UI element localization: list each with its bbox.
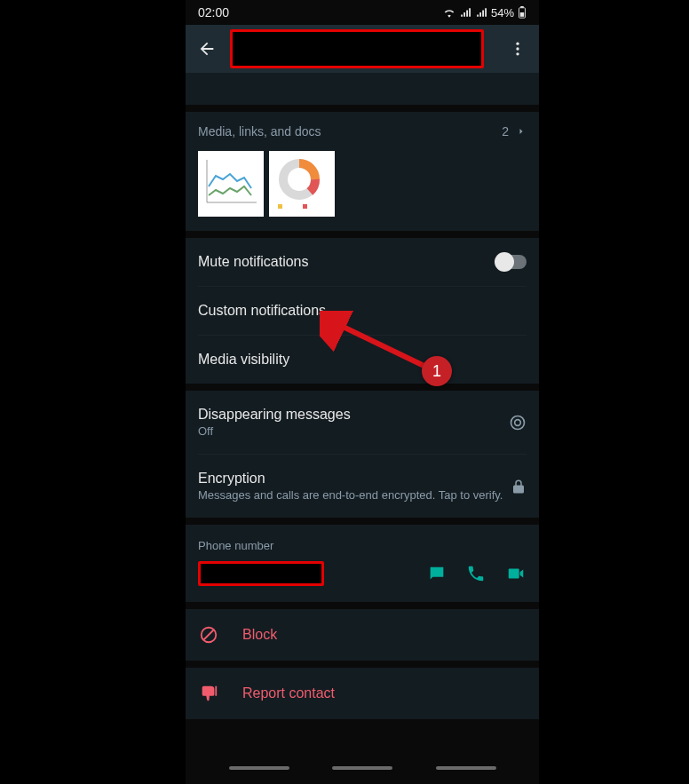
block-panel: Block bbox=[186, 609, 539, 661]
media-thumb-2[interactable] bbox=[269, 151, 335, 217]
contact-title-redacted bbox=[230, 29, 484, 68]
battery-icon bbox=[518, 6, 527, 19]
block-row[interactable]: Block bbox=[198, 609, 527, 661]
nav-home[interactable] bbox=[332, 766, 392, 770]
svg-point-13 bbox=[511, 416, 525, 429]
svg-rect-12 bbox=[303, 204, 307, 209]
phone-panel: Phone number bbox=[186, 525, 539, 602]
battery-text: 54% bbox=[491, 6, 514, 20]
notifications-panel: Mute notifications Custom notifications … bbox=[186, 238, 539, 384]
app-header bbox=[186, 25, 539, 73]
chevron-right-icon bbox=[516, 124, 527, 139]
report-row[interactable]: Report contact bbox=[198, 668, 527, 719]
report-label: Report contact bbox=[242, 685, 335, 701]
security-panel: Disappearing messages Off Encryption Mes… bbox=[186, 391, 539, 518]
status-bar: 02:00 54% bbox=[186, 0, 539, 25]
mute-notifications-row[interactable]: Mute notifications bbox=[198, 238, 527, 286]
lock-icon bbox=[511, 479, 527, 495]
svg-point-5 bbox=[516, 52, 519, 55]
svg-point-4 bbox=[516, 47, 519, 50]
custom-notifications-label: Custom notifications bbox=[198, 303, 527, 319]
more-vertical-icon bbox=[509, 40, 527, 58]
thumbs-down-icon bbox=[199, 684, 218, 703]
call-icon[interactable] bbox=[466, 564, 486, 583]
signal-icon bbox=[459, 7, 471, 18]
wifi-icon bbox=[443, 7, 455, 18]
phone-frame: 02:00 54% Media, links, and docs bbox=[186, 0, 539, 784]
disappearing-sub: Off bbox=[198, 424, 509, 438]
report-panel: Report contact bbox=[186, 668, 539, 719]
phone-number-redacted bbox=[198, 561, 324, 586]
media-visibility-label: Media visibility bbox=[198, 352, 527, 368]
disappearing-messages-row[interactable]: Disappearing messages Off bbox=[198, 391, 527, 454]
encryption-row[interactable]: Encryption Messages and calls are end-to… bbox=[198, 454, 527, 518]
phone-section-label: Phone number bbox=[198, 525, 527, 561]
nav-back[interactable] bbox=[436, 766, 496, 770]
media-count: 2 bbox=[502, 124, 509, 139]
back-button[interactable] bbox=[194, 36, 219, 61]
status-indicators: 54% bbox=[443, 6, 527, 20]
svg-line-16 bbox=[204, 630, 214, 640]
status-time: 02:00 bbox=[198, 5, 229, 20]
more-menu-button[interactable] bbox=[505, 36, 530, 61]
timer-icon bbox=[509, 414, 527, 432]
media-thumbnails bbox=[198, 139, 527, 231]
nav-recents[interactable] bbox=[229, 766, 289, 770]
media-panel: Media, links, and docs 2 bbox=[186, 112, 539, 231]
profile-stub bbox=[186, 73, 539, 105]
block-label: Block bbox=[242, 627, 277, 643]
svg-rect-1 bbox=[520, 6, 524, 8]
custom-notifications-row[interactable]: Custom notifications bbox=[198, 286, 527, 335]
arrow-left-icon bbox=[197, 39, 217, 59]
media-label: Media, links, and docs bbox=[198, 124, 321, 139]
mute-label: Mute notifications bbox=[198, 254, 496, 270]
signal-icon-2 bbox=[475, 7, 487, 18]
encryption-label: Encryption bbox=[198, 471, 265, 486]
disappearing-label: Disappearing messages bbox=[198, 407, 351, 422]
video-icon[interactable] bbox=[505, 564, 527, 583]
mute-switch-off[interactable] bbox=[496, 255, 527, 269]
svg-point-3 bbox=[516, 43, 519, 45]
svg-rect-11 bbox=[278, 204, 282, 209]
svg-rect-6 bbox=[198, 151, 264, 217]
system-nav-bar bbox=[186, 757, 539, 779]
media-thumb-1[interactable] bbox=[198, 151, 264, 217]
media-header[interactable]: Media, links, and docs 2 bbox=[198, 112, 527, 139]
svg-point-14 bbox=[515, 419, 521, 425]
media-visibility-row[interactable]: Media visibility bbox=[198, 335, 527, 384]
block-icon bbox=[199, 625, 218, 645]
message-icon[interactable] bbox=[427, 564, 447, 583]
svg-rect-2 bbox=[520, 12, 524, 17]
encryption-sub: Messages and calls are end-to-end encryp… bbox=[198, 488, 511, 502]
